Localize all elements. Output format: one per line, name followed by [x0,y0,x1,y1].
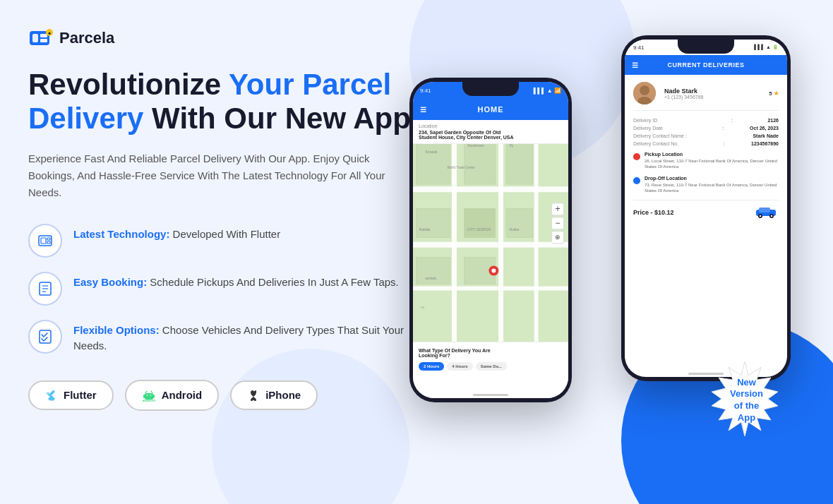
feature-bold-options: Flexible Options: [73,324,160,336]
detail-colon-no: : [724,141,725,146]
svg-text:CITY CENTER: CITY CENTER [467,227,491,232]
flutter-badge[interactable]: Flutter [28,380,114,410]
delivery-opt-2h[interactable]: 2 Hours [419,362,444,371]
dropoff-addr: 73, Rave Street, 110-7 Near Fictional Ba… [645,182,779,194]
feature-bold-booking: Easy Booking: [73,276,147,288]
delivery-opt-same[interactable]: Same Da... [476,362,507,371]
svg-rect-14 [40,330,51,343]
svg-text:Rukke: Rukke [509,227,519,232]
badges-row: Flutter ANDROID Android iPhone [28,380,424,411]
svg-rect-17 [152,395,155,398]
svg-rect-31 [534,120,539,342]
headline-normal-1: Revolutionize [28,68,229,101]
feature-desc-tech: Developed With Flutter [173,228,281,240]
svg-point-59 [771,215,772,216]
phone-1-home-indicator [473,394,508,396]
feature-icon-booking [28,272,62,306]
dropoff-dot [633,177,640,184]
svg-rect-28 [413,287,568,291]
user-phone: +1 (123) 3456788 [664,95,769,100]
map-locate[interactable]: ⊕ [551,231,564,244]
nv-line3: of the [719,401,775,413]
map-svg: Kiratale Stockmam Py CITY CENTER Ratlale… [413,120,568,342]
detail-label-id: Delivery ID [633,118,697,123]
svg-line-21 [151,391,152,393]
iphone-badge[interactable]: iPhone [230,380,318,410]
feature-text-booking: Easy Booking: Schedule Pickups And Deliv… [73,272,399,291]
phone-1-mockup: 9:41 ▌▌▌ ▲ 📶 ☰ HOME [409,78,572,402]
phone-1-signal: ▌▌▌ ▲ 📶 [534,88,561,94]
user-name: Nade Stark [664,88,769,95]
user-avatar [633,82,656,104]
nv-line1: New [719,377,775,389]
svg-rect-37 [506,209,532,238]
svg-point-52 [640,85,649,95]
feature-text-options: Flexible Options: Choose Vehicles And De… [73,320,424,354]
phone-2-screen: 9:41 ▌▌▌ ▲ 🔋 ☰ CURRENT DELIVERIES [625,40,787,377]
detail-row-contact-name: Delivery Contact Name : Stark Nade [633,133,779,138]
pickup-location: Pickup Location 26, Local Street, 110-7 … [633,152,779,170]
map-zoom-in[interactable]: + [551,203,564,215]
apple-icon [247,389,260,402]
phone-1-header-title: HOME [478,105,504,114]
new-version-badge: New Version of the App [706,360,787,441]
feature-item-options: Flexible Options: Choose Vehicles And De… [28,320,424,354]
detail-label-contact-name: Delivery Contact Name : [633,133,697,138]
svg-text:World Trade Center: World Trade Center [447,166,475,169]
phone-2-time: 9:41 [633,44,645,51]
svg-text:Kiratale: Kiratale [426,150,438,154]
svg-rect-9 [47,241,50,244]
svg-rect-36 [465,209,496,238]
phone-1-bottom-panel: What Type Of Delivery You AreLooking For… [413,342,568,398]
pickup-info: Pickup Location 26, Local Street, 110-7 … [645,152,779,170]
headline-normal-2: With Our New App! [143,102,420,135]
svg-line-20 [145,391,147,393]
svg-rect-29 [452,120,457,342]
delivery-opt-4h[interactable]: 4 Hours [447,362,472,371]
car-icon [753,206,779,219]
svg-rect-16 [143,395,145,398]
detail-value-contact-name: Stark Nade [753,133,779,138]
detail-value-id: 2126 [767,118,779,123]
feature-item-tech: Latest Technology: Developed With Flutte… [28,224,424,258]
pickup-dot [633,153,640,160]
map-zoom-out[interactable]: − [551,217,564,229]
delivery-details: Delivery ID : 2126 Delivery Date : Oct 2… [633,118,779,146]
left-panel: ✦ Parcela Revolutionize Your Parcel Deli… [28,28,424,411]
features-list: Latest Technology: Developed With Flutte… [28,224,424,354]
feature-item-booking: Easy Booking: Schedule Pickups And Deliv… [28,272,424,306]
map-location-card: Location 234, Sapel Garden Opposite Of O… [413,120,568,144]
svg-rect-30 [498,120,503,342]
delivery-type-title: What Type Of Delivery You AreLooking For… [419,348,563,358]
phone-2-header: ☰ CURRENT DELIVERIES [625,55,787,75]
phone-1-map: Kiratale Stockmam Py CITY CENTER Ratlale… [413,120,568,342]
phone-1-notch [462,82,519,96]
feature-text-tech: Latest Technology: Developed With Flutte… [73,224,280,243]
feature-icon-tech [28,224,62,258]
dropoff-location: Drop-Off Location 73, Rave Street, 110-7… [633,176,779,194]
svg-point-23 [150,395,151,396]
logo-icon: ✦ [28,28,54,48]
iphone-badge-label: iPhone [265,389,301,401]
rating-value: 5 [769,90,772,97]
detail-value-date: Oct 26, 2023 [750,126,779,131]
phone-2-header-title: CURRENT DELIVERIES [667,61,744,68]
svg-text:ANDROID: ANDROID [142,399,155,402]
user-info: Nade Stark +1 (123) 3456788 [664,88,769,100]
dropoff-info: Drop-Off Location 73, Rave Street, 110-7… [645,176,779,194]
price-text: Price - $10.12 [633,209,674,216]
svg-rect-1 [32,34,38,42]
pickup-addr: 26, Local Street, 110-7 Near Fictional B… [645,158,779,170]
android-icon: ANDROID [142,388,156,402]
phone-2-mockup: 9:41 ▌▌▌ ▲ 🔋 ☰ CURRENT DELIVERIES [621,35,791,381]
location-value: 234, Sapel Garden Opposite Of OldStudent… [419,130,563,140]
detail-colon-date: : [723,126,724,131]
svg-point-22 [146,395,148,396]
delivery-options: 2 Hours 4 Hours Same Da... [419,362,563,371]
svg-rect-3 [40,39,47,42]
logo-name: Parcela [59,29,114,47]
flutter-badge-label: Flutter [64,389,97,401]
svg-text:avnkafu: avnkafu [426,277,437,280]
android-badge[interactable]: ANDROID Android [125,380,220,411]
feature-desc-booking: Schedule Pickups And Deliveries In Just … [150,276,398,288]
